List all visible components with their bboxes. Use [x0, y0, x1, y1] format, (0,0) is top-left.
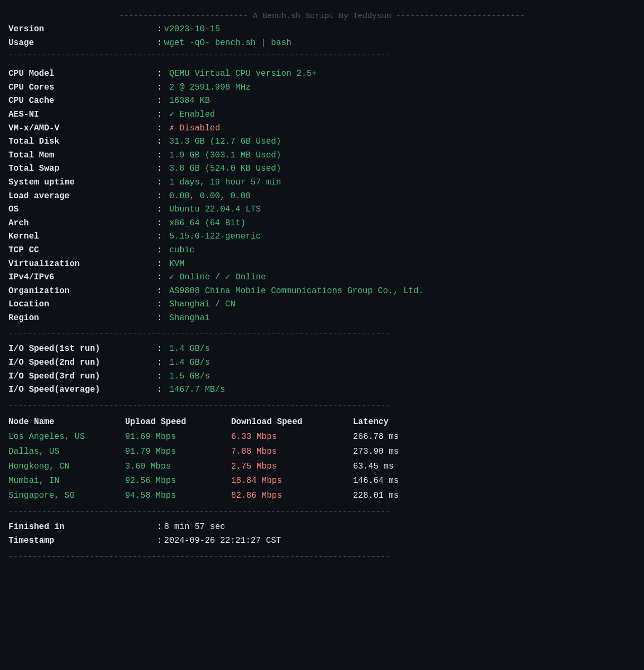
- system-row-value: 0.00, 0.00, 0.00: [169, 190, 251, 204]
- io-row: I/O Speed(1st run): 1.4 GB/s: [8, 342, 636, 356]
- network-upload: 91.69 Mbps: [125, 430, 231, 444]
- system-row-label: Virtualization: [8, 258, 157, 271]
- usage-label: Usage: [8, 37, 157, 50]
- system-row-value: x86_64 (64 Bit): [169, 217, 245, 231]
- system-row-label: AES-NI: [8, 108, 157, 122]
- system-row-value: 1 days, 19 hour 57 min: [169, 176, 281, 190]
- network-latency: 273.90 ms: [353, 445, 438, 459]
- network-latency: 228.01 ms: [353, 489, 438, 503]
- io-section: I/O Speed(1st run): 1.4 GB/sI/O Speed(2n…: [8, 339, 636, 400]
- system-row-value: KVM: [169, 258, 184, 271]
- network-row: Singapore, SG94.58 Mbps82.86 Mbps228.01 …: [8, 489, 636, 504]
- system-row-value: Shanghai: [169, 312, 210, 325]
- system-row-value: AS9808 China Mobile Communications Group…: [169, 285, 424, 298]
- banner-section: --------------------------- A Bench.sh S…: [8, 6, 636, 64]
- col-header-latency: Latency: [353, 416, 438, 429]
- system-row: Region: Shanghai: [8, 312, 636, 325]
- system-row: Location: Shanghai / CN: [8, 298, 636, 312]
- system-row-label: Location: [8, 298, 157, 312]
- system-row: CPU Cache: 16384 KB: [8, 94, 636, 108]
- system-row: CPU Model: QEMU Virtual CPU version 2.5+: [8, 67, 636, 81]
- system-row-label: Region: [8, 312, 157, 325]
- network-section: Node Name Upload Speed Download Speed La…: [8, 411, 636, 507]
- io-row-label: I/O Speed(average): [8, 383, 157, 397]
- system-row: Arch: x86_64 (64 Bit): [8, 217, 636, 231]
- system-row: TCP CC: cubic: [8, 244, 636, 258]
- system-row-value: Ubuntu 22.04.4 LTS: [169, 203, 261, 217]
- system-row: System uptime: 1 days, 19 hour 57 min: [8, 176, 636, 190]
- system-row-value: 3.8 GB (524.0 KB Used): [169, 162, 281, 176]
- footer-section: Finished in : 8 min 57 sec Timestamp : 2…: [8, 517, 636, 551]
- banner-bottom-divider: ----------------------------------------…: [8, 50, 636, 61]
- network-download: 2.75 Mbps: [231, 460, 353, 474]
- finished-value: 8 min 57 sec: [164, 521, 225, 534]
- io-row-value: 1.4 GB/s: [169, 356, 210, 370]
- io-row-value: 1.4 GB/s: [169, 342, 210, 356]
- timestamp-value: 2024-09-26 22:21:27 CST: [164, 534, 281, 548]
- io-bottom-divider: ----------------------------------------…: [8, 400, 636, 411]
- col-header-download: Download Speed: [231, 416, 353, 429]
- version-value: v2023-10-15: [164, 23, 220, 37]
- system-row: CPU Cores: 2 @ 2591.998 MHz: [8, 81, 636, 95]
- network-download: 6.33 Mbps: [231, 430, 353, 444]
- io-row-value: 1.5 GB/s: [169, 370, 210, 384]
- system-row-label: VM-x/AMD-V: [8, 122, 157, 136]
- system-row: Kernel: 5.15.0-122-generic: [8, 230, 636, 244]
- system-row-label: Total Disk: [8, 135, 157, 149]
- system-row-value: cubic: [169, 244, 195, 258]
- system-row-label: Total Swap: [8, 162, 157, 176]
- system-row-value: QEMU Virtual CPU version 2.5+: [169, 67, 316, 81]
- terminal-container: --------------------------- A Bench.sh S…: [8, 6, 636, 562]
- network-node: Singapore, SG: [8, 489, 125, 503]
- network-row: Mumbai, IN92.56 Mbps18.84 Mbps146.64 ms: [8, 474, 636, 489]
- banner-divider: --------------------------- A Bench.sh S…: [8, 10, 636, 23]
- network-latency: 63.45 ms: [353, 460, 438, 474]
- system-row-label: Total Mem: [8, 149, 157, 163]
- network-upload: 92.56 Mbps: [125, 474, 231, 488]
- network-row: Los Angeles, US91.69 Mbps6.33 Mbps266.78…: [8, 430, 636, 445]
- system-row: AES-NI: ✓ Enabled: [8, 108, 636, 122]
- system-row-value: 31.3 GB (12.7 GB Used): [169, 135, 281, 149]
- system-row-value: 2 @ 2591.998 MHz: [169, 81, 251, 95]
- system-row: Load average: 0.00, 0.00, 0.00: [8, 190, 636, 204]
- system-row-label: TCP CC: [8, 244, 157, 258]
- network-download: 82.86 Mbps: [231, 489, 353, 503]
- io-row-label: I/O Speed(2nd run): [8, 356, 157, 370]
- system-row: Total Disk: 31.3 GB (12.7 GB Used): [8, 135, 636, 149]
- system-row-label: Kernel: [8, 230, 157, 244]
- system-row-value: ✓ Online / ✓ Online: [169, 271, 266, 285]
- system-row-label: System uptime: [8, 176, 157, 190]
- system-row-value: ✗ Disabled: [169, 122, 220, 136]
- network-node: Hongkong, CN: [8, 460, 125, 474]
- system-section: CPU Model: QEMU Virtual CPU version 2.5+…: [8, 64, 636, 328]
- system-row: Organization: AS9808 China Mobile Commun…: [8, 285, 636, 298]
- io-row: I/O Speed(3rd run): 1.5 GB/s: [8, 370, 636, 384]
- system-row-value: 16384 KB: [169, 94, 210, 108]
- system-bottom-divider: ----------------------------------------…: [8, 328, 636, 339]
- system-row-value: ✓ Enabled: [169, 108, 215, 122]
- system-row-label: OS: [8, 203, 157, 217]
- network-upload: 3.60 Mbps: [125, 460, 231, 474]
- system-row: OS: Ubuntu 22.04.4 LTS: [8, 203, 636, 217]
- network-node: Dallas, US: [8, 445, 125, 459]
- io-row-value: 1467.7 MB/s: [169, 383, 225, 397]
- system-row: VM-x/AMD-V: ✗ Disabled: [8, 122, 636, 136]
- timestamp-row: Timestamp : 2024-09-26 22:21:27 CST: [8, 534, 636, 548]
- network-upload: 94.58 Mbps: [125, 489, 231, 503]
- system-row: Total Mem: 1.9 GB (303.1 MB Used): [8, 149, 636, 163]
- network-row: Hongkong, CN3.60 Mbps2.75 Mbps63.45 ms: [8, 460, 636, 474]
- system-row-label: IPv4/IPv6: [8, 271, 157, 285]
- version-label: Version: [8, 23, 157, 37]
- finished-label: Finished in: [8, 521, 157, 534]
- system-row-label: Organization: [8, 285, 157, 298]
- col-header-node: Node Name: [8, 416, 125, 429]
- io-row-label: I/O Speed(1st run): [8, 342, 157, 356]
- system-row-label: CPU Cores: [8, 81, 157, 95]
- system-row-value: Shanghai / CN: [169, 298, 235, 312]
- io-row: I/O Speed(2nd run): 1.4 GB/s: [8, 356, 636, 370]
- system-row: Total Swap: 3.8 GB (524.0 KB Used): [8, 162, 636, 176]
- io-row-label: I/O Speed(3rd run): [8, 370, 157, 384]
- network-latency: 146.64 ms: [353, 474, 438, 488]
- network-upload: 91.79 Mbps: [125, 445, 231, 459]
- system-row-value: 5.15.0-122-generic: [169, 230, 261, 244]
